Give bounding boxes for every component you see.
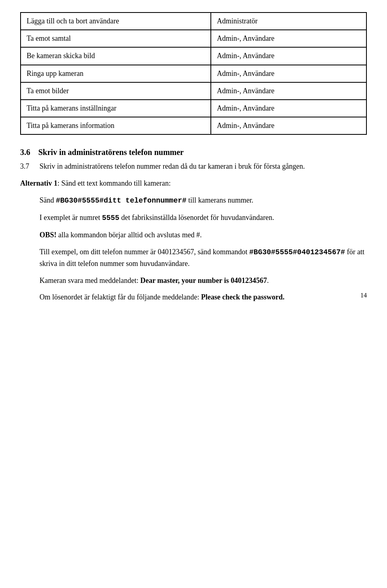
alt1-intro: : Sänd ett text kommando till kameran: (57, 179, 171, 187)
table-cell-role: Admin-, Användare (211, 65, 366, 82)
table-cell-action: Ta emot bilder (21, 82, 211, 100)
example-text-before: Till exempel, om ditt telefon nummer är … (40, 248, 249, 256)
alt1-command-prefix: Sänd (40, 196, 56, 204)
example-command: #BG30#5555#0401234567# (249, 248, 345, 256)
table-row: Ringa upp kameranAdmin-, Användare (21, 65, 366, 82)
alt1-intro-block: Alternativ 1: Sänd ett text kommando til… (20, 178, 367, 189)
table-cell-role: Admin-, Användare (211, 82, 366, 100)
alt1-command-block: Sänd #BG30#5555#ditt telefonnummer# till… (40, 195, 367, 207)
section-37-number: 3.7 (20, 161, 40, 172)
example-paragraph: Till exempel, om ditt telefon nummer är … (40, 247, 367, 270)
alt1-example-prefix: I exemplet är numret (40, 213, 102, 222)
table-row: Titta på kamerans inställningarAdmin-, A… (21, 100, 366, 117)
table-cell-role: Administratör (211, 13, 366, 30)
section-36-number: 3.6 (20, 148, 30, 157)
alt1-example-suffix: det fabriksinställda lösenordet för huvu… (119, 213, 274, 222)
camera-response-suffix: . (267, 276, 269, 285)
table-row: Titta på kamerans informationAdmin-, Anv… (21, 117, 366, 134)
table-cell-role: Admin-, Användare (211, 100, 366, 117)
alt1-command-bold: #BG30#5555#ditt telefonnummer# (56, 197, 187, 205)
alt1-command-suffix: till kamerans nummer. (187, 196, 254, 204)
alt1-example-number: 5555 (102, 214, 119, 222)
alt1-obs-block: OBS! alla kommandon börjar alltid och av… (40, 230, 367, 241)
camera-response-bold: Dear master, your number is 0401234567 (140, 276, 267, 285)
table-cell-role: Admin-, Användare (211, 117, 366, 134)
table-cell-action: Titta på kamerans inställningar (21, 100, 211, 117)
table-cell-action: Be kameran skicka bild (21, 47, 211, 65)
table-row: Be kameran skicka bildAdmin-, Användare (21, 47, 366, 65)
table-cell-action: Ta emot samtal (21, 30, 211, 47)
table-row: Lägga till och ta bort användareAdminist… (21, 13, 366, 30)
page-number: 14 (360, 292, 367, 299)
table-cell-action: Lägga till och ta bort användare (21, 13, 211, 30)
table-row: Ta emot bilderAdmin-, Användare (21, 82, 366, 100)
section-37-text: Skriv in administratörens telefon nummer… (40, 161, 367, 172)
page-container: Lägga till och ta bort användareAdminist… (20, 12, 367, 303)
alt1-obs-bold: OBS! (40, 231, 56, 239)
section-37-block: 3.7 Skriv in administratörens telefon nu… (20, 161, 367, 172)
table-cell-action: Titta på kamerans information (21, 117, 211, 134)
table-row: Ta emot samtalAdmin-, Användare (21, 30, 366, 47)
camera-response-prefix: Kameran svara med meddelandet: (40, 276, 140, 285)
table-cell-role: Admin-, Användare (211, 30, 366, 47)
table-cell-role: Admin-, Användare (211, 47, 366, 65)
alt1-obs-text: alla kommandon börjar alltid och avsluta… (56, 231, 202, 239)
camera-response-block: Kameran svara med meddelandet: Dear mast… (40, 275, 367, 287)
wrong-password-bold: Please check the password. (201, 293, 285, 301)
section-36-title: Skriv in administratörens telefon nummer (38, 148, 184, 157)
wrong-password-prefix: Om lösenordet är felaktigt får du följan… (40, 293, 201, 301)
permissions-table: Lägga till och ta bort användareAdminist… (20, 12, 367, 135)
alt1-label: Alternativ 1 (20, 179, 57, 187)
table-cell-action: Ringa upp kameran (21, 65, 211, 82)
alt1-example-block: I exemplet är numret 5555 det fabriksins… (40, 212, 367, 224)
section-36-heading: 3.6 Skriv in administratörens telefon nu… (20, 148, 367, 157)
wrong-password-block: Om lösenordet är felaktigt får du följan… (40, 292, 367, 303)
